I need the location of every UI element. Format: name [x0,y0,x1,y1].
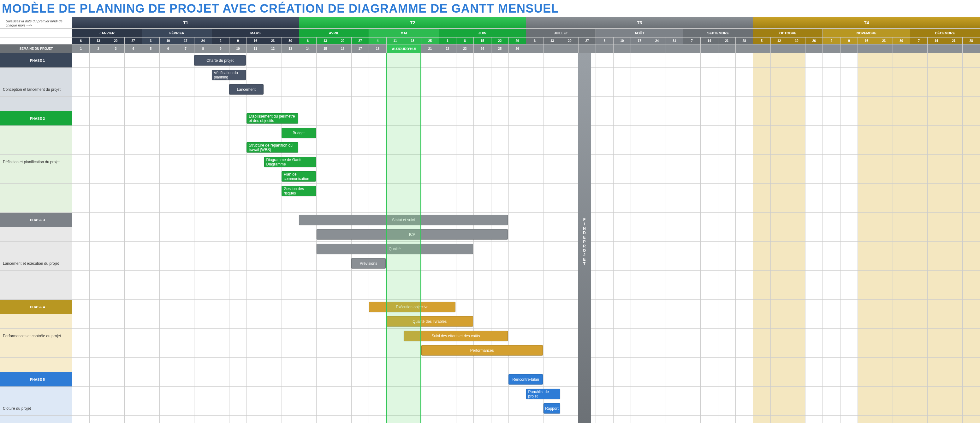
week-num-12: 12 [264,44,282,53]
task-bar[interactable]: Vérification du planning [212,70,246,80]
week-num-14: 14 [299,44,317,53]
week-blank-44 [823,44,840,53]
day-col-21: 25 [422,38,439,44]
day-col-11: 16 [247,38,264,44]
day-col-32: 10 [614,38,631,44]
week-num-8: 8 [194,44,212,53]
swimlane-3 [0,227,72,242]
week-num-3: 3 [107,44,125,53]
day-col-22: 1 [439,38,457,44]
day-col-17: 27 [352,38,369,44]
task-bar[interactable]: Statut et suivi [299,215,508,225]
task-bar[interactable]: Rapport [544,403,560,413]
phase-header-4: PHASE 4 [0,300,72,314]
day-col-52: 28 [963,38,980,44]
week-blank-43 [805,44,823,53]
week-blank-34 [648,44,666,53]
swimlane-5: Clôture du projet [0,401,72,416]
task-bar[interactable]: Structure de répartition du travail (WBS… [247,142,298,152]
week-blank-51 [945,44,963,53]
task-bar[interactable]: Rencontre-bilan [509,374,543,385]
week-blank-27 [526,44,544,53]
task-bar[interactable]: Punchlist de projet [526,389,560,399]
swimlane-2 [0,169,72,184]
day-col-30: 27 [579,38,596,44]
month-row: JANVIERFÉVRIERMARSAVRILMAIJUINJUILLETAOÛ… [0,29,980,38]
month-octobre: OCTOBRE [753,29,823,38]
task-bar[interactable]: Budget [282,128,316,138]
task-bar[interactable]: Gestion des risques [282,185,316,196]
task-bar[interactable]: Suivi des efforts et des coûts [404,331,508,341]
month-août: AOÛT [596,29,683,38]
task-bar[interactable]: Qualité [317,244,473,254]
week-blank-33 [631,44,648,53]
week-num-2: 2 [90,44,107,53]
day-col-50: 14 [928,38,945,44]
day-col-20: 18 [404,38,422,44]
week-row: SEMAINE DU PROJET12345678910111213141516… [0,44,980,53]
week-num-10: 10 [229,44,247,53]
phase-header-2: PHASE 2 [0,111,72,126]
week-num-7: 7 [177,44,194,53]
week-num-4: 4 [125,44,142,53]
swimlane-1 [0,68,72,82]
day-col-48: 30 [893,38,910,44]
swimlane-4 [0,314,72,329]
task-bar[interactable]: ICP [317,229,508,239]
day-col-38: 21 [718,38,736,44]
task-bar[interactable]: Diagramme de Gantt Diagramme [264,157,316,167]
day-col-7: 17 [177,38,194,44]
week-num-15: 15 [317,44,334,53]
week-num-9: 9 [212,44,229,53]
phase-header-5: PHASE 5 [0,372,72,387]
swimlane-2: Définition et planification du projet [0,155,72,169]
week-num-21: 21 [422,44,439,53]
day-col-29: 20 [561,38,579,44]
week-num-24: 24 [474,44,491,53]
day-row: 6132027310172429162330613202741118251815… [0,38,980,44]
day-col-10: 9 [229,38,247,44]
task-bar[interactable]: Qualité des livrables [386,316,473,326]
swimlane-2 [0,198,72,213]
week-blank-37 [701,44,718,53]
swimlane-3: Lancement et exécution du projet [0,256,72,271]
day-col-47: 23 [875,38,892,44]
week-num-6: 6 [160,44,177,53]
task-bar[interactable]: Établissement du périmètre et des object… [247,113,298,124]
week-num-17: 17 [352,44,369,53]
day-col-2: 13 [90,38,107,44]
today-marker: AUJOURD'HUI [387,44,422,53]
day-col-51: 21 [945,38,963,44]
week-row-label: SEMAINE DU PROJET [0,44,72,53]
week-blank-30 [579,44,596,53]
quarter-T2: T2 [299,17,526,29]
task-bar[interactable]: Performances [422,345,543,356]
week-num-16: 16 [334,44,352,53]
page-title: MODÈLE DE PLANNING DE PROJET AVEC CRÉATI… [0,0,980,17]
week-blank-52 [963,44,980,53]
day-col-8: 24 [194,38,212,44]
task-bar[interactable]: Plan de communication [282,171,316,182]
day-col-13: 30 [282,38,299,44]
quarter-T1: T1 [72,17,299,29]
day-col-31: 3 [596,38,613,44]
day-col-1: 6 [72,38,90,44]
quarter-T4: T4 [753,17,980,29]
week-num-23: 23 [457,44,474,53]
task-bar[interactable]: Charte du projet [194,55,246,66]
day-col-33: 17 [631,38,648,44]
day-col-49: 7 [910,38,928,44]
month-février: FÉVRIER [142,29,212,38]
swimlane-4: Performances et contrôle du projet [0,329,72,343]
phase-header-3: PHASE 3 [0,213,72,227]
swimlane-3 [0,242,72,256]
day-col-37: 14 [701,38,718,44]
task-bar[interactable]: Exécution objective [369,302,456,312]
swimlane-2 [0,184,72,198]
month-décembre: DÉCEMBRE [910,29,980,38]
week-blank-47 [875,44,892,53]
task-bar[interactable]: Prévisions [351,258,386,269]
task-bar[interactable]: Lancement [229,84,264,95]
day-col-34: 24 [648,38,666,44]
day-col-12: 23 [264,38,282,44]
